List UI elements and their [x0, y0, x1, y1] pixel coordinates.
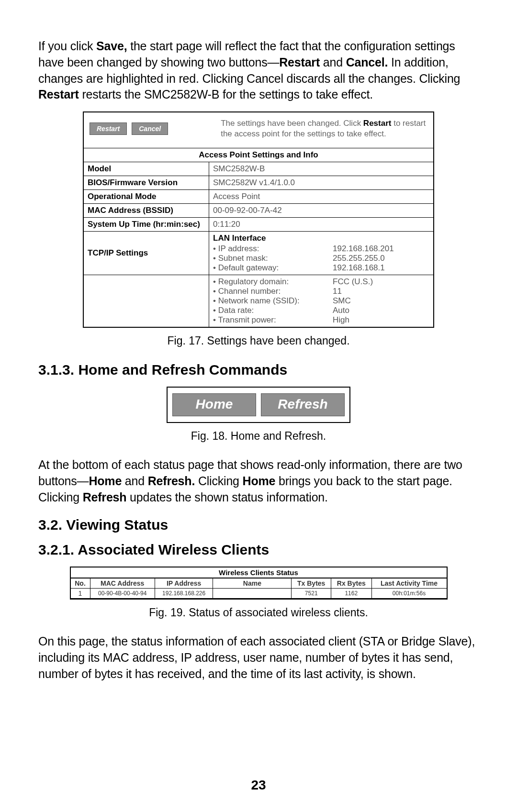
save-word: Save,: [96, 39, 127, 53]
kv-val: 11: [333, 287, 342, 296]
restart-button[interactable]: Restart: [90, 122, 127, 135]
heading-3-2: 3.2. Viewing Status: [38, 517, 479, 533]
cell: 00h:01m:56s: [371, 589, 446, 599]
kv-val: SMC: [333, 296, 351, 306]
col-last-activity: Last Activity Time: [371, 578, 446, 589]
home-word: Home: [89, 474, 122, 488]
text: restarts the SMC2582W-B for the settings…: [79, 88, 373, 101]
page-number: 23: [0, 778, 517, 793]
restart-word: Restart: [363, 119, 392, 128]
kv-val: Auto: [333, 306, 349, 315]
settings-table-header: Access Point Settings and Info: [84, 148, 433, 162]
figure-18-caption: Fig. 18. Home and Refresh.: [38, 430, 479, 443]
kv-key: Transmit power:: [213, 315, 333, 325]
kv-val: 192.168.168.1: [333, 263, 385, 273]
intro-paragraph: If you click Save, the start page will r…: [38, 38, 479, 103]
row-key: TCP/IP Settings: [84, 232, 209, 275]
kv-val: 192.168.168.201: [333, 244, 394, 254]
col-ip: IP Address: [155, 578, 213, 589]
cell: [213, 589, 292, 599]
figure-19: Wireless Clients Status No. MAC Address …: [70, 567, 448, 600]
cell: 192.168.168.226: [155, 589, 213, 599]
cancel-word: Cancel.: [346, 56, 388, 69]
wlan-cell: Regulatory domain:FCC (U.S.) Channel num…: [209, 275, 434, 327]
home-refresh-paragraph: At the bottom of each status page that s…: [38, 457, 479, 505]
col-mac: MAC Address: [90, 578, 155, 589]
row-key: Model: [84, 162, 209, 176]
kv-val: 255.255.255.0: [333, 254, 385, 263]
row-val: SMC2582W v1.4/1.0.0: [209, 176, 434, 190]
figure-19-caption: Fig. 19. Status of associated wireless c…: [38, 606, 479, 619]
wireless-clients-table: Wireless Clients Status No. MAC Address …: [71, 567, 447, 599]
tcpip-cell: LAN Interface IP address:192.168.168.201…: [209, 232, 434, 275]
restart-word: Restart: [38, 88, 79, 101]
figure-17-caption: Fig. 17. Settings have been changed.: [38, 334, 479, 347]
refresh-word: Refresh.: [148, 474, 195, 488]
row-val: 0:11:20: [209, 218, 434, 232]
kv-key: Network name (SSID):: [213, 296, 333, 306]
heading-3-2-1: 3.2.1. Associated Wireless Clients: [38, 542, 479, 558]
col-name: Name: [213, 578, 292, 589]
table-row: 1 00-90-4B-00-40-94 192.168.168.226 7521…: [71, 589, 447, 599]
figure-17: Restart Cancel The settings have been ch…: [83, 111, 434, 328]
heading-3-1-3: 3.1.3. Home and Refresh Commands: [38, 362, 479, 378]
cancel-button[interactable]: Cancel: [132, 122, 168, 135]
restart-word: Restart: [279, 56, 320, 69]
refresh-button[interactable]: Refresh: [261, 393, 345, 416]
col-tx: Tx Bytes: [292, 578, 331, 589]
row-val: Access Point: [209, 190, 434, 204]
text: and: [122, 474, 148, 488]
kv-key: IP address:: [213, 244, 333, 254]
text: If you click: [38, 39, 96, 53]
refresh-word: Refresh: [83, 490, 127, 504]
kv-key: Subnet mask:: [213, 254, 333, 263]
text: updates the shown status information.: [126, 490, 327, 504]
text: The settings have been changed. Click: [221, 119, 363, 128]
row-key: BIOS/Firmware Version: [84, 176, 209, 190]
home-button[interactable]: Home: [172, 393, 256, 416]
row-key: System Up Time (hr:min:sec): [84, 218, 209, 232]
closing-paragraph: On this page, the status information of …: [38, 634, 479, 682]
row-val: SMC2582W-B: [209, 162, 434, 176]
cell: 1162: [331, 589, 372, 599]
kv-val: High: [333, 315, 349, 325]
settings-changed-notice: The settings have been changed. Click Re…: [168, 118, 427, 139]
cell: 7521: [292, 589, 331, 599]
subheading: LAN Interface: [213, 234, 429, 243]
table-header-row: No. MAC Address IP Address Name Tx Bytes…: [71, 578, 447, 589]
kv-key: Default gateway:: [213, 263, 333, 273]
row-key: [84, 275, 209, 327]
kv-val: FCC (U.S.): [333, 277, 373, 287]
col-rx: Rx Bytes: [331, 578, 372, 589]
text: and: [320, 56, 346, 69]
wireless-clients-title: Wireless Clients Status: [71, 567, 447, 578]
text: Clicking: [195, 474, 242, 488]
row-val: 00-09-92-00-7A-42: [209, 204, 434, 218]
kv-key: Data rate:: [213, 306, 333, 315]
kv-key: Channel number:: [213, 287, 333, 296]
col-no: No.: [71, 578, 90, 589]
settings-table: Access Point Settings and Info ModelSMC2…: [84, 148, 433, 327]
kv-key: Regulatory domain:: [213, 277, 333, 287]
home-word: Home: [243, 474, 276, 488]
cell: 00-90-4B-00-40-94: [90, 589, 155, 599]
figure-18: Home Refresh: [167, 387, 350, 423]
row-key: MAC Address (BSSID): [84, 204, 209, 218]
cell: 1: [71, 589, 90, 599]
row-key: Operational Mode: [84, 190, 209, 204]
